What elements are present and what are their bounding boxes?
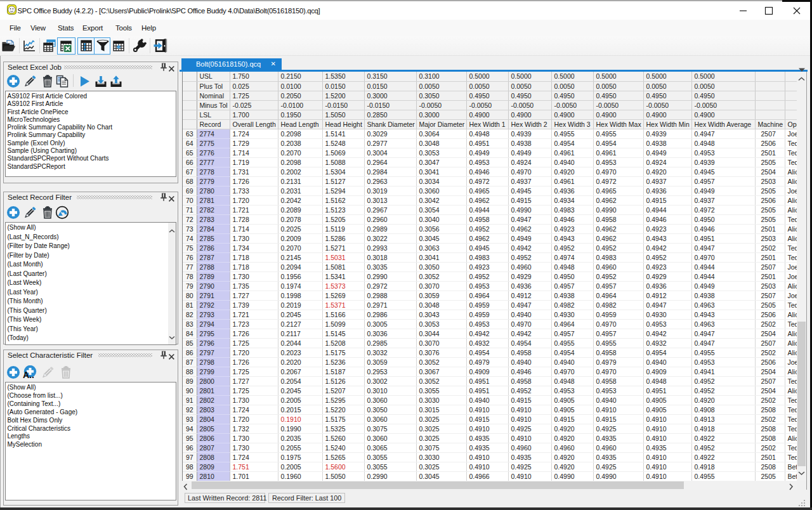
svg-text:A..: A.. <box>23 370 34 380</box>
